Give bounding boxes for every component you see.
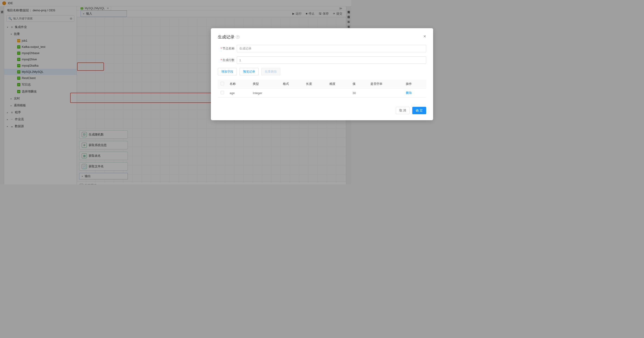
preview-button[interactable]: 预览记录	[240, 68, 258, 75]
modal-title: 生成记录 ?	[218, 34, 351, 40]
col-length: 长度	[303, 80, 326, 89]
select-all-checkbox[interactable]	[220, 82, 224, 85]
modal-overlay: 生成记录 ? ✕ *节点名称 *生成行数 增加字段 预览记录 批量删除 名称 类…	[0, 0, 351, 184]
form-row-rowcount: *生成行数	[218, 56, 351, 64]
form-label-rowcount: *生成行数	[218, 58, 234, 62]
nodename-input[interactable]	[237, 45, 351, 52]
required-icon: *	[220, 58, 222, 62]
batch-delete-button: 批量删除	[261, 68, 280, 75]
form-row-nodename: *节点名称	[218, 45, 351, 52]
add-field-button[interactable]: 增加字段	[218, 68, 237, 75]
col-format: 格式	[280, 80, 303, 89]
required-icon: *	[220, 47, 222, 50]
cell-format	[280, 89, 303, 98]
modal-title-text: 生成记录	[218, 34, 234, 40]
col-name: 名称	[227, 80, 250, 89]
modal-generate-record: 生成记录 ? ✕ *节点名称 *生成行数 增加字段 预览记录 批量删除 名称 类…	[211, 28, 351, 120]
cell-type: Integer	[250, 89, 280, 98]
form-label-nodename: *节点名称	[218, 46, 234, 51]
table-header-row: 名称 类型 格式 长度 精度 值 是否空串 操作	[218, 80, 351, 89]
fields-table: 名称 类型 格式 长度 精度 值 是否空串 操作 age Integer	[218, 80, 351, 98]
rowcount-input[interactable]	[237, 56, 351, 64]
row-checkbox[interactable]	[220, 91, 224, 94]
cell-name: age	[227, 89, 250, 98]
action-buttons: 增加字段 预览记录 批量删除	[218, 68, 351, 75]
col-value: 值	[350, 80, 351, 89]
cell-precision	[327, 89, 350, 98]
col-type: 类型	[250, 80, 280, 89]
modal-footer: 取 消 确 定	[218, 107, 351, 114]
help-icon[interactable]: ?	[236, 35, 240, 39]
col-precision: 精度	[327, 80, 350, 89]
cell-value: 30	[350, 89, 351, 98]
table-row[interactable]: age Integer 30 删除	[218, 89, 351, 98]
cell-length	[303, 89, 326, 98]
